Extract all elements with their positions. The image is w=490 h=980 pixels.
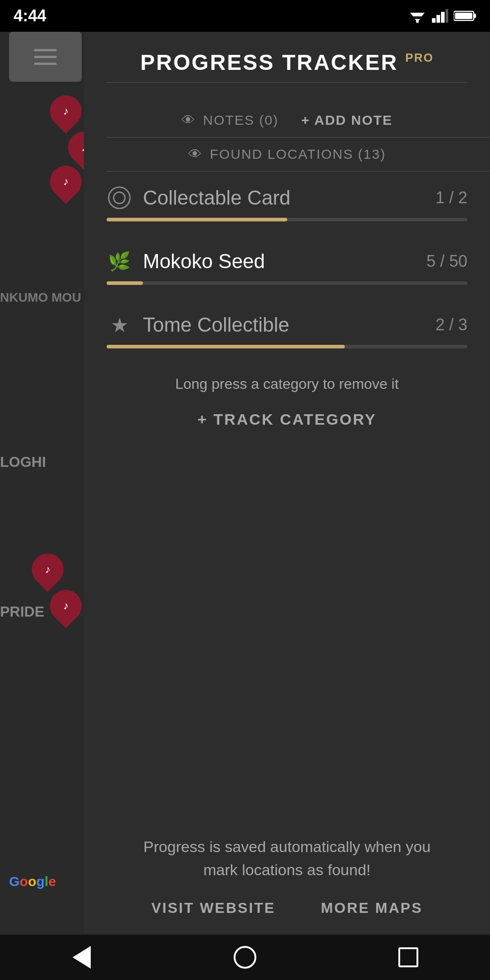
home-icon: [234, 946, 256, 969]
map-marker: ♪: [44, 89, 88, 134]
collectable-card-progress-bar: [107, 218, 467, 221]
map-marker: ♪: [25, 547, 70, 592]
more-maps-button[interactable]: MORE MAPS: [321, 900, 422, 916]
map-marker-group-bottom: ♪ ♪: [27, 554, 86, 635]
collectable-card-icon: [107, 185, 132, 211]
nav-bar: [0, 935, 490, 980]
wifi-icon: [408, 9, 426, 23]
hamburger-icon: [34, 49, 57, 65]
recent-button[interactable]: [392, 941, 424, 973]
category-mokoko-seed[interactable]: 🌿 Mokoko Seed 5 / 50: [84, 235, 490, 299]
signal-icon: [432, 9, 448, 23]
map-label-nkumo: NKUMO MOU: [0, 290, 81, 305]
menu-button[interactable]: [9, 32, 82, 82]
add-note-button[interactable]: + ADD NOTE: [301, 113, 392, 128]
home-button[interactable]: [229, 941, 261, 973]
svg-rect-5: [436, 15, 440, 23]
mokoko-seed-count: 5 / 50: [426, 252, 467, 271]
track-category-button[interactable]: + TRACK CATEGORY: [84, 397, 490, 442]
google-logo: Google: [9, 874, 56, 889]
mokoko-seed-icon: 🌿: [107, 249, 132, 274]
notes-label: NOTES (0): [203, 113, 279, 128]
progress-tracker-panel: PROGRESS TRACKER PRO 👁 NOTES (0) + ADD N…: [84, 32, 490, 935]
tome-collectible-name: Tome Collectible: [143, 314, 289, 336]
back-button[interactable]: [66, 941, 98, 973]
map-marker: ♪: [44, 583, 88, 628]
pro-badge: PRO: [405, 51, 433, 65]
tome-collectible-progress-fill: [107, 345, 345, 348]
mokoko-seed-progress-fill: [107, 281, 143, 285]
notes-row: 👁 NOTES (0) + ADD NOTE: [84, 103, 490, 137]
bottom-info: Progress is saved automatically when you…: [84, 817, 490, 935]
found-locations-row: 👁 FOUND LOCATIONS (13): [84, 137, 490, 171]
back-icon: [73, 946, 91, 969]
svg-rect-9: [474, 14, 476, 18]
long-press-hint: Long press a category to remove it: [84, 362, 490, 397]
tome-collectible-count: 2 / 3: [436, 315, 467, 334]
recent-icon: [398, 947, 418, 967]
collectable-card-progress-fill: [107, 218, 287, 221]
spacer: [84, 442, 490, 817]
status-bar: 4:44: [0, 0, 490, 32]
category-tome-collectible[interactable]: ★ Tome Collectible 2 / 3: [84, 299, 490, 362]
visit-website-button[interactable]: VISIT WEBSITE: [151, 900, 275, 916]
map-label-pride: PRIDE: [0, 603, 44, 620]
status-icons: [408, 9, 476, 23]
map-label-loghi: LOGHI: [0, 454, 46, 470]
svg-rect-7: [446, 9, 448, 23]
saved-message: Progress is saved automatically when you…: [107, 835, 467, 882]
svg-rect-4: [432, 18, 436, 23]
found-eye-icon: 👁: [188, 147, 203, 162]
collectable-card-count: 1 / 2: [436, 188, 467, 207]
notes-item: 👁 NOTES (0): [181, 113, 279, 128]
panel-header: PROGRESS TRACKER PRO: [84, 32, 490, 103]
battery-icon: [454, 10, 476, 22]
panel-title: PROGRESS TRACKER: [140, 50, 398, 75]
collectable-card-name: Collectable Card: [143, 186, 290, 209]
tome-collectible-progress-bar: [107, 345, 467, 348]
mokoko-seed-progress-bar: [107, 281, 467, 285]
found-locations-label: FOUND LOCATIONS (13): [210, 147, 386, 162]
tome-collectible-icon: ★: [107, 312, 132, 338]
eye-icon: 👁: [181, 113, 196, 128]
category-collectable-card[interactable]: Collectable Card 1 / 2: [84, 172, 490, 235]
bottom-buttons: VISIT WEBSITE MORE MAPS: [107, 900, 467, 916]
mokoko-seed-name: Mokoko Seed: [143, 250, 265, 273]
svg-rect-6: [441, 12, 445, 23]
header-divider: [107, 82, 467, 83]
svg-rect-10: [455, 13, 472, 19]
status-time: 4:44: [14, 6, 46, 25]
